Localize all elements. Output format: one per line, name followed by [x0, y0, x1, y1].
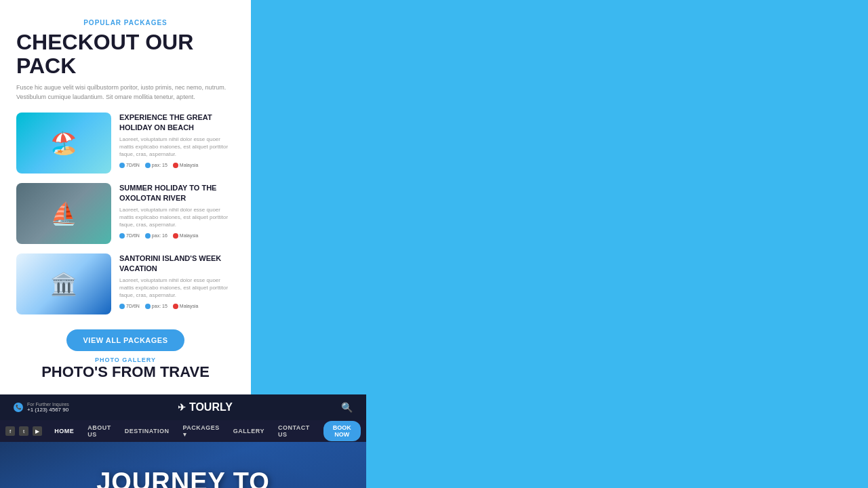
- search-icon[interactable]: 🔍: [341, 402, 353, 413]
- twitter-icon[interactable]: t: [19, 426, 28, 436]
- left-panel: POPULAR PACKAGES CHECKOUT OUR PACK Fusce…: [0, 0, 251, 394]
- navbar: 📞 For Further Inquires +1 (123) 4567 90 …: [0, 394, 366, 420]
- package-title-santorini: SANTORINI ISLAND'S WEEK VACATION: [119, 253, 235, 273]
- view-all-packages-button[interactable]: VIEW ALL PACKAGES: [66, 329, 184, 351]
- package-info-santorini: SANTORINI ISLAND'S WEEK VACATION Laoreet…: [119, 253, 235, 308]
- meta-pax-beach: pax: 15: [145, 163, 167, 168]
- package-info-beach: EXPERIENCE THE GREAT HOLIDAY ON BEACH La…: [119, 113, 235, 167]
- package-img-santorini: [16, 253, 111, 314]
- nav-link-about[interactable]: ABOUT US: [81, 424, 118, 438]
- youtube-icon[interactable]: ▶: [33, 426, 42, 436]
- package-img-beach: [16, 113, 111, 174]
- brand-plane-icon: ✈: [178, 402, 186, 413]
- package-title-beach: EXPERIENCE THE GREAT HOLIDAY ON BEACH: [119, 113, 235, 132]
- package-meta-santorini: 7D/6N pax: 15 Malaysia: [119, 304, 235, 309]
- nav-link-destination[interactable]: DESTINATION: [118, 428, 176, 434]
- meta-days-beach: 7D/6N: [119, 163, 140, 168]
- package-card-santorini: SANTORINI ISLAND'S WEEK VACATION Laoreet…: [16, 253, 235, 314]
- package-img-river: [16, 183, 111, 244]
- photo-gallery-title: PHOTO'S FROM TRAVE: [16, 363, 235, 381]
- meta-loc-beach: Malaysia: [173, 163, 199, 168]
- phone-number: +1 (123) 4567 90: [27, 407, 69, 413]
- package-info-river: SUMMER HOLIDAY TO THE OXOLOTAN RIVER Lao…: [119, 183, 235, 238]
- package-desc-santorini: Laoreet, voluptatum nihil dolor esse quo…: [119, 277, 235, 300]
- checkout-title: CHECKOUT OUR PACK: [16, 30, 235, 78]
- nav-contact: 📞 For Further Inquires +1 (123) 4567 90: [14, 402, 69, 413]
- nav-links-bar: f t ▶ HOME ABOUT US DESTINATION PACKAGES…: [0, 420, 366, 442]
- package-desc-river: Laoreet, voluptatum nihil dolor esse quo…: [119, 206, 235, 229]
- facebook-icon[interactable]: f: [5, 426, 15, 436]
- nav-link-gallery[interactable]: GALLERY: [226, 428, 271, 434]
- photo-gallery-label: PHOTO GALLERY: [16, 357, 235, 363]
- package-title-river: SUMMER HOLIDAY TO THE OXOLOTAN RIVER: [119, 183, 235, 203]
- book-now-nav-button[interactable]: BOOK NOW: [323, 421, 361, 441]
- nav-link-contact[interactable]: CONTACT US: [271, 424, 317, 438]
- social-icons: f t ▶: [5, 426, 42, 436]
- package-card-river: SUMMER HOLIDAY TO THE OXOLOTAN RIVER Lao…: [16, 183, 235, 244]
- phone-icon: 📞: [14, 403, 23, 412]
- package-meta-beach: 7D/6N pax: 15 Malaysia: [119, 163, 235, 168]
- hero-section: JOURNEY TO EXPLORE WORLD Ac mi duis moll…: [0, 442, 366, 488]
- contact-label: For Further Inquires: [27, 402, 69, 407]
- nav-brand: ✈ TOURLY: [178, 401, 233, 413]
- center-panel: 📞 For Further Inquires +1 (123) 4567 90 …: [0, 394, 366, 488]
- nav-link-home[interactable]: HOME: [47, 428, 81, 434]
- package-desc-beach: Laoreet, voluptatum nihil dolor esse quo…: [119, 136, 235, 159]
- checkout-desc: Fusce hic augue velit wisi quilbustorm p…: [16, 83, 235, 102]
- hero-content: JOURNEY TO EXPLORE WORLD Ac mi duis moll…: [54, 468, 312, 488]
- left-popular-label: POPULAR PACKAGES: [16, 19, 235, 26]
- nav-link-packages[interactable]: PACKAGES ▾: [176, 424, 226, 438]
- package-meta-river: 7D/6N pax: 16 Malaysia: [119, 233, 235, 239]
- hero-title: JOURNEY TO EXPLORE WORLD: [54, 468, 312, 488]
- package-card-beach: EXPERIENCE THE GREAT HOLIDAY ON BEACH La…: [16, 113, 235, 174]
